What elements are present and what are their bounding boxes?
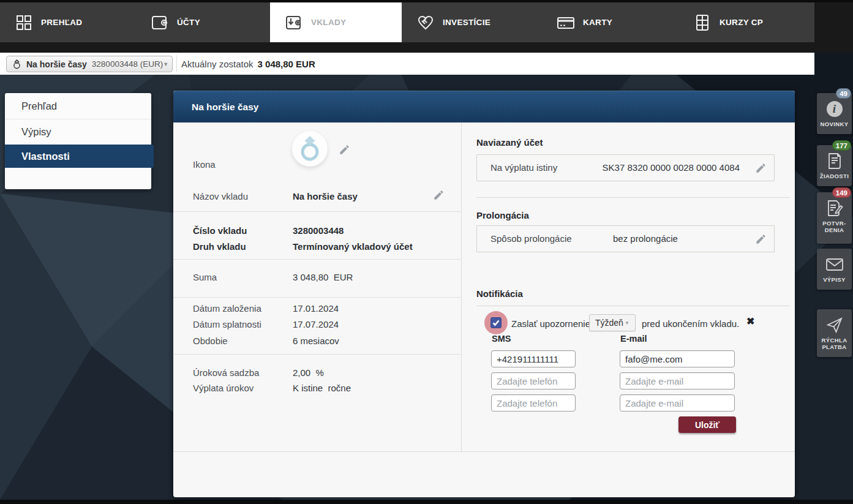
rail-label: NOVINKY [820,121,848,127]
druh-value: Termínovaný vkladový účet [293,241,413,252]
balance-value: 3 048,80 EUR [258,59,315,69]
notification-period-dropdown[interactable]: Týždeň ▼ [589,314,636,331]
envelope-icon [825,255,844,274]
rail-label: ŽIADOSTI [820,173,849,179]
datum-splatnosti-value: 17.07.2024 [293,319,339,329]
rail-label: POTVR-DENIA [822,220,846,233]
druh-label: Druh vkladu [193,241,246,252]
obdobie-label: Obdobie [193,336,228,346]
menu-item-vlastnosti[interactable]: Vlastnosti [5,145,154,168]
deposit-icon-preview [292,131,328,167]
tab-label: INVESTÍCIE [443,18,490,27]
notif-text-after: pred ukončením vkladu. [642,318,739,329]
info-icon: i [827,100,843,118]
datum-splatnosti-label: Dátum splatnosti [193,319,261,329]
account-selector[interactable]: Na horšie časy 3280003448 (EUR) ▼ [6,56,173,72]
rail-button-rychla-platba[interactable]: RÝCHLAPLATBA [817,309,852,357]
rail-button-novinky[interactable]: 49 i NOVINKY [817,93,852,134]
urokova-label: Úroková sadzba [193,367,259,378]
divider [173,211,461,212]
sms-input-1[interactable] [491,350,576,367]
suma-label: Suma [193,272,217,282]
edit-icon-prolongacia[interactable] [755,233,767,245]
document-icon [827,152,843,170]
tab-kurzy-cp[interactable]: KURZY CP [678,2,814,42]
rail-button-vypisy[interactable]: VÝPISY [817,249,852,290]
tab-ucty[interactable]: ÚČTY [136,2,270,42]
handshake-icon [416,13,435,32]
close-icon[interactable]: ✖ [746,315,754,327]
tab-label: VKLADY [311,18,346,27]
deposit-icon [285,13,303,32]
prolongacia-box: Spôsob prolongácie bez prolongácie [476,225,775,252]
divider [176,55,177,72]
rail-button-ziadosti[interactable]: 177 ŽIADOSTI [817,145,852,186]
prolongacia-heading: Prolongácia [476,210,529,220]
notif-text-before: Zaslať upozornenie [511,318,590,329]
notification-checkbox[interactable] [490,317,502,328]
card-icon [557,13,575,32]
divider [173,297,461,298]
footer-divider [173,451,795,452]
nazov-value: Na horšie časy [293,191,358,201]
naviazany-box: Na výplatu istiny SK37 8320 0000 0028 00… [476,154,775,181]
tab-investicie[interactable]: INVESTÍCIE [402,2,542,42]
ikona-label: Ikona [193,159,216,170]
urokova-value: 2,00 % [293,367,324,378]
naviazany-label: Na výplatu istiny [490,162,557,173]
wallet-icon [151,13,169,32]
grid-icon [15,13,33,32]
notifikacia-heading: Notifikácia [476,288,523,299]
panel-title: Na horšie časy [192,102,258,113]
sms-heading: SMS [492,334,511,344]
tab-label: ÚČTY [177,18,200,27]
document-edit-icon [826,199,843,217]
sms-input-3[interactable] [491,394,576,412]
tab-label: KURZY CP [720,18,763,27]
deposit-properties-panel: Na horšie časy Ikona Názov vkladu Na hor… [173,91,795,497]
screen: PREHĽAD ÚČTY VKLADY INVESTÍCIE KARTY [0,0,853,504]
rail-button-potvrdenia[interactable]: 149 POTVR-DENIA [817,192,852,244]
top-navigation: PREHĽAD ÚČTY VKLADY INVESTÍCIE KARTY [0,2,814,42]
balance-label: Aktuálny zostatok [181,59,254,69]
vyplata-label: Výplata úrokov [193,383,254,393]
chevron-down-icon: ▼ [625,320,629,326]
tab-prehlad[interactable]: PREHĽAD [0,2,136,42]
divider [173,354,461,355]
menu-item-vypisy[interactable]: Výpisy [5,119,151,145]
sms-input-2[interactable] [491,372,576,389]
account-name: Na horšie časy [26,59,87,69]
nazov-label: Názov vkladu [193,191,248,201]
ziadosti-badge: 177 [832,140,851,151]
email-input-3[interactable] [620,394,735,412]
vyplata-value: K istine ročne [293,383,351,393]
account-bar: Na horšie časy 3280003448 (EUR) ▼ Aktuál… [0,53,814,75]
account-number: 3280003448 (EUR) [92,59,163,69]
prolongacia-value: bez prolongácie [613,233,678,244]
save-button[interactable]: Uložiť [678,416,736,433]
edit-icon-naviazany[interactable] [755,162,767,174]
prolongacia-label: Spôsob prolongácie [490,233,572,244]
side-menu: Prehľad Výpisy Vlastnosti [5,93,151,189]
chevron-down-icon: ▼ [163,61,168,67]
divider [476,306,790,306]
tab-vklady[interactable]: VKLADY [270,2,402,42]
datum-zalozenia-value: 17.01.2024 [293,303,339,314]
tab-label: KARTY [583,18,612,27]
bottom-strip [0,500,853,504]
obdobie-value: 6 mesiacov [293,336,339,346]
suma-value: 3 048,80 EUR [293,272,353,282]
send-icon [826,316,843,334]
edit-icon-ikona[interactable] [339,144,350,156]
datum-zalozenia-label: Dátum založenia [193,303,261,314]
edit-icon-nazov[interactable] [433,189,445,201]
rail-label: VÝPISY [823,276,846,283]
email-heading: E-mail [620,334,647,344]
email-input-2[interactable] [620,372,735,389]
ring-icon [298,135,322,163]
naviazany-heading: Naviazaný účet [476,137,543,148]
email-input-1[interactable] [620,350,735,367]
tab-label: PREHĽAD [41,18,82,27]
tab-karty[interactable]: KARTY [542,2,678,42]
menu-item-prehlad[interactable]: Prehľad [5,93,151,119]
